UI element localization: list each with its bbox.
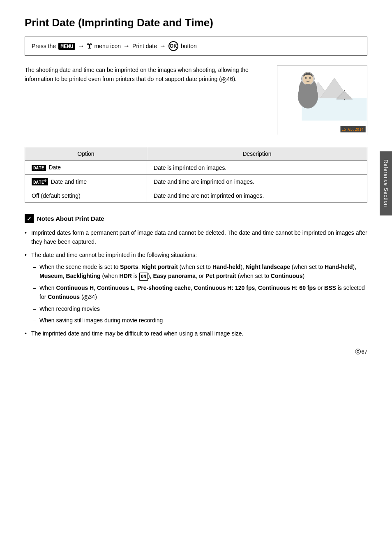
table-header-option: Option: [25, 147, 147, 161]
list-item: When recording movies: [31, 304, 367, 313]
date-time-badge: DATE⊕: [32, 178, 48, 185]
svg-text:15.05.2014: 15.05.2014: [341, 127, 363, 132]
sub-list: When the scene mode is set to Sports, Ni…: [31, 262, 367, 325]
nav-arrow-1: →: [78, 42, 84, 50]
link-ref-icon: ⚙: [221, 77, 226, 83]
page-num-text: 67: [362, 349, 367, 355]
notes-section: ✓ Notes About Print Date Imprinted dates…: [25, 214, 367, 338]
check-icon: ✓: [25, 214, 34, 223]
nav-instruction-box: Press the MENU → 𝚼 menu icon → Print dat…: [25, 37, 367, 56]
options-table: Option Description DATE Date Date is imp…: [25, 147, 367, 203]
description-date: Date is imprinted on images.: [147, 161, 367, 175]
list-item: Imprinted dates form a permanent part of…: [25, 228, 367, 247]
nav-text-2: Print date: [132, 43, 157, 49]
menu-button-label: MENU: [58, 43, 75, 50]
nav-arrow-3: →: [159, 42, 166, 50]
ok-button-label: OK: [168, 41, 178, 51]
on-badge: ON: [139, 273, 148, 281]
list-item: When the scene mode is set to Sports, Ni…: [31, 262, 367, 281]
date-badge: DATE: [32, 165, 46, 171]
note-text-1: Imprinted dates form a permanent part of…: [31, 229, 367, 245]
option-date-time: DATE⊕ Date and time: [25, 175, 147, 189]
description-off: Date and time are not imprinted on image…: [147, 189, 367, 202]
nav-arrow-2: →: [123, 42, 130, 50]
nav-prefix: Press the: [32, 43, 56, 49]
list-item: The date and time cannot be imprinted in…: [25, 250, 367, 325]
page-title: Print Date (Imprinting Date and Time): [25, 16, 367, 29]
svg-point-11: [309, 77, 311, 79]
note-text-2: The date and time cannot be imprinted in…: [31, 252, 197, 258]
option-date: DATE Date: [25, 161, 147, 175]
description-date-time: Date and time are imprinted on images.: [147, 175, 367, 189]
table-row: DATE⊕ Date and time Date and time are im…: [25, 175, 367, 189]
svg-point-10: [305, 77, 307, 79]
notes-title: Notes About Print Date: [37, 215, 104, 222]
intro-text: The shooting date and time can be imprin…: [25, 65, 269, 84]
page-num-icon: ⚙: [355, 349, 361, 354]
svg-point-12: [298, 84, 318, 108]
list-item: The imprinted date and time may be diffi…: [25, 329, 367, 338]
list-item: When Continuous H, Continuous L, Pre-sho…: [31, 283, 367, 302]
nav-text-1: menu icon: [94, 43, 121, 49]
nav-suffix: button: [181, 43, 197, 49]
table-header-description: Description: [147, 147, 367, 161]
intro-section: The shooting date and time can be imprin…: [25, 65, 367, 135]
camera-illustration: 15.05.2014: [277, 65, 367, 135]
table-row: DATE Date Date is imprinted on images.: [25, 161, 367, 175]
option-off: Off (default setting): [25, 189, 147, 202]
notes-header: ✓ Notes About Print Date: [25, 214, 367, 223]
table-row: Off (default setting) Date and time are …: [25, 189, 367, 202]
setup-icon: 𝚼: [87, 42, 92, 51]
sidebar-reference-tab: Reference Section: [380, 152, 392, 216]
page-number: ⚙ 67: [355, 349, 367, 355]
list-item: When saving still images during movie re…: [31, 316, 367, 325]
notes-list: Imprinted dates form a permanent part of…: [25, 228, 367, 338]
